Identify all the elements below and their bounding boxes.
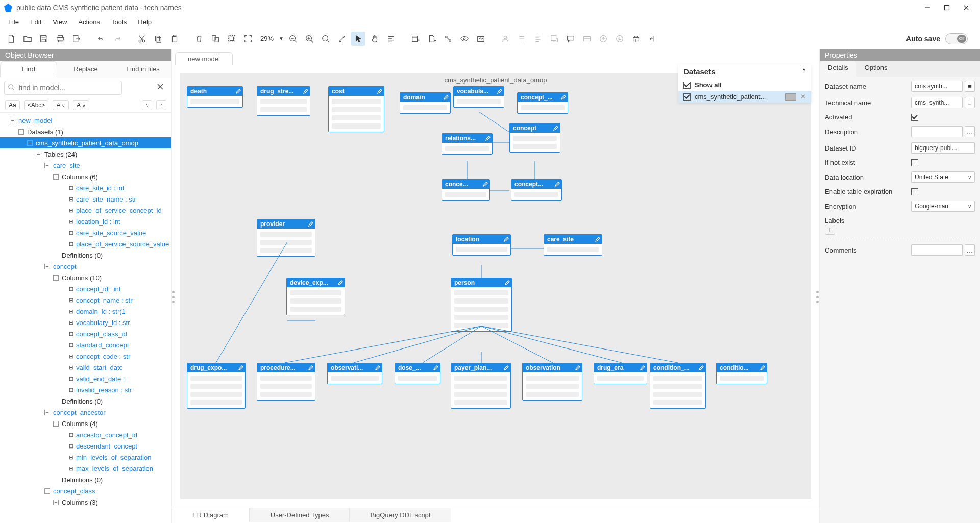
edit-icon[interactable] <box>433 365 438 370</box>
entity-concept_class[interactable]: concept_... <box>517 92 568 114</box>
view-button[interactable] <box>457 32 472 46</box>
tree-table-concept_ancestor[interactable]: −concept_ancestor <box>0 407 172 418</box>
redo-button[interactable] <box>110 32 125 46</box>
zoom-out-button[interactable] <box>286 32 300 46</box>
edit-icon[interactable] <box>555 181 560 186</box>
edit-icon[interactable] <box>375 365 380 370</box>
list-button[interactable] <box>514 32 529 46</box>
expand-button[interactable] <box>335 32 349 46</box>
add-table-button[interactable] <box>408 32 423 46</box>
menu-actions[interactable]: Actions <box>73 17 105 28</box>
close-button[interactable] <box>957 1 976 15</box>
tree-column[interactable]: ⊟standard_concept <box>0 339 172 351</box>
entity-condition[interactable]: condition_... <box>650 363 706 409</box>
entity-drug_strength[interactable]: drug_stre... <box>257 86 310 116</box>
open-folder-button[interactable] <box>20 32 35 46</box>
tech-name-field[interactable]: cms_synth... <box>911 97 963 108</box>
entity-provider[interactable]: provider <box>257 219 315 257</box>
entity-concept[interactable]: concept <box>509 123 560 153</box>
tree-defs[interactable]: Definitions (0) <box>0 474 172 485</box>
edit-icon[interactable] <box>303 88 308 93</box>
enable-exp-checkbox[interactable] <box>911 188 918 195</box>
edit-icon[interactable] <box>485 135 491 140</box>
tab-find-in-files[interactable]: Find in files <box>114 61 172 78</box>
maximize-button[interactable] <box>937 1 957 15</box>
entity-observation[interactable]: observation <box>522 363 582 401</box>
link-button[interactable] <box>547 32 561 46</box>
labels-add-button[interactable]: + <box>825 225 835 235</box>
entity-cost[interactable]: cost <box>328 86 384 132</box>
edit-icon[interactable] <box>640 365 645 370</box>
add-column-button[interactable] <box>425 32 439 46</box>
menu-file[interactable]: File <box>3 17 24 28</box>
splitter-left[interactable] <box>172 291 175 303</box>
zoom-search-button[interactable] <box>318 32 333 46</box>
tree-column[interactable]: ⊟place_of_service_source_value <box>0 238 172 250</box>
zoom-actual-button[interactable] <box>302 32 316 46</box>
entity-condition_era[interactable]: conditio... <box>716 363 767 384</box>
entity-care_site2[interactable]: care_site <box>544 234 602 256</box>
doc-tab[interactable]: new model <box>175 52 233 65</box>
encryption-select[interactable]: Google-man∨ <box>911 201 975 212</box>
object-tree[interactable]: −new_model−Datasets (1)−cms_synthetic_pa… <box>0 113 172 523</box>
tree-column[interactable]: ⊟domain_id : str(1 <box>0 306 172 317</box>
description-field[interactable] <box>911 126 963 137</box>
find-next[interactable] <box>156 100 166 110</box>
edit-icon[interactable] <box>595 236 600 241</box>
entity-procedure[interactable]: procedure... <box>257 363 315 401</box>
tree-column[interactable]: ⊟place_of_service_concept_id <box>0 205 172 216</box>
filter-a2[interactable]: A ∨ <box>73 100 89 110</box>
tab-replace[interactable]: Replace <box>57 61 114 78</box>
nav-up-button[interactable] <box>596 32 610 46</box>
er-canvas[interactable]: cms_synthetic_patient_data_omop Datasets… <box>180 73 811 499</box>
description-more[interactable]: … <box>965 126 975 137</box>
menu-edit[interactable]: Edit <box>25 17 46 28</box>
tree-column[interactable]: ⊟min_levels_of_separation <box>0 452 172 463</box>
edit-icon[interactable] <box>308 365 313 370</box>
find-prev[interactable] <box>142 100 152 110</box>
entity-relationship[interactable]: relations... <box>442 133 493 155</box>
hand-tool[interactable] <box>368 32 382 46</box>
search-input[interactable] <box>4 81 122 95</box>
dataset-name-field[interactable]: cms synth... <box>911 81 963 92</box>
entity-dose[interactable]: dose_... <box>395 363 440 384</box>
tree-column[interactable]: ⊟ancestor_concept_id <box>0 429 172 440</box>
menu-view[interactable]: View <box>47 17 72 28</box>
save-button[interactable] <box>37 32 51 46</box>
edit-icon[interactable] <box>377 88 382 93</box>
comments-field[interactable] <box>911 244 963 256</box>
duplicate-button[interactable] <box>208 32 223 46</box>
zoom-dropdown-icon[interactable]: ▼ <box>279 36 284 41</box>
tree-column[interactable]: ⊟care_site_source_value <box>0 227 172 238</box>
comments-more[interactable]: … <box>965 244 975 256</box>
entity-person[interactable]: person <box>451 278 512 332</box>
if-not-exist-checkbox[interactable] <box>911 159 918 166</box>
tree-column[interactable]: ⊟concept_class_id <box>0 328 172 339</box>
entity-domain[interactable]: domain <box>400 92 451 114</box>
autosave-toggle[interactable]: Off <box>945 33 968 44</box>
tab-er-diagram[interactable]: ER Diagram <box>172 508 250 522</box>
tree-column[interactable]: ⊟concept_name : str <box>0 294 172 306</box>
paste-button[interactable] <box>167 32 182 46</box>
splitter-right[interactable] <box>816 291 819 303</box>
delete-button[interactable] <box>192 32 206 46</box>
tree-dataset[interactable]: −cms_synthetic_patient_data_omop <box>0 137 172 148</box>
tech-name-more[interactable]: ≡ <box>965 97 975 108</box>
tree-column[interactable]: ⊟descendant_concept <box>0 440 172 452</box>
reverse-engineer-button[interactable] <box>629 32 643 46</box>
activated-checkbox[interactable] <box>911 114 918 121</box>
tree-column[interactable]: ⊟care_site_name : str <box>0 193 172 205</box>
entity-device_exp[interactable]: device_exp... <box>286 278 345 315</box>
tab-udt[interactable]: User-Defined Types <box>250 508 350 522</box>
entity-drug_era[interactable]: drug_era <box>594 363 647 384</box>
tree-defs[interactable]: Definitions (0) <box>0 395 172 407</box>
edit-icon[interactable] <box>505 280 510 285</box>
tree-column[interactable]: ⊟vocabulary_id : str <box>0 317 172 328</box>
print-button[interactable] <box>53 32 67 46</box>
tree-column[interactable]: ⊟location_id : int <box>0 216 172 227</box>
tree-cols[interactable]: −Columns (4) <box>0 418 172 429</box>
edit-icon[interactable] <box>699 365 704 370</box>
entity-vocabulary[interactable]: vocabula... <box>453 86 504 108</box>
edit-icon[interactable] <box>497 88 502 93</box>
collapse-panel-button[interactable] <box>645 32 659 46</box>
